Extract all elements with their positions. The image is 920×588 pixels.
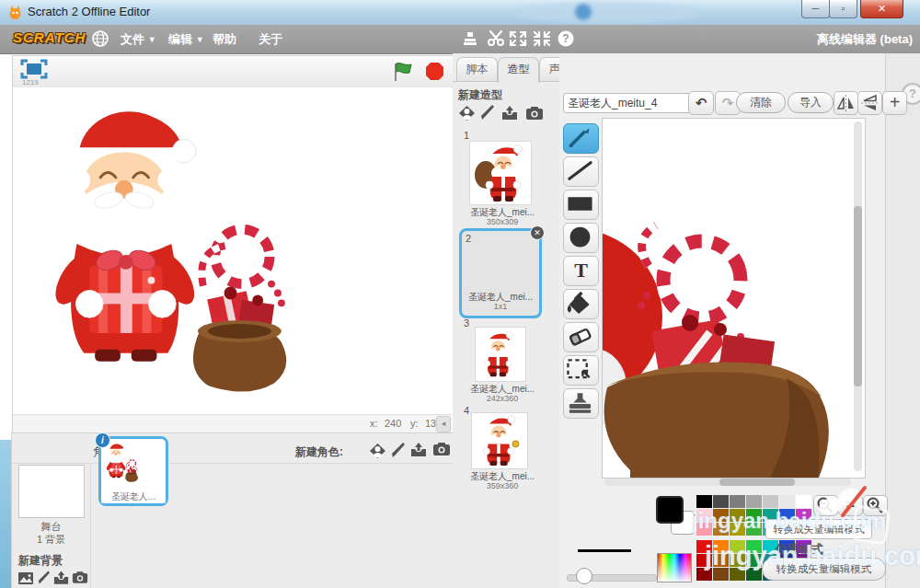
costume-item-3[interactable]: 3 圣诞老人_mei... 242x360 [458, 317, 546, 409]
close-button[interactable]: ✕ [860, 0, 903, 18]
foreground-color-swatch[interactable] [656, 496, 684, 524]
palette-swatch[interactable] [713, 495, 729, 508]
grow-icon[interactable] [508, 29, 528, 48]
canvas-hscroll-thumb[interactable] [719, 478, 795, 486]
menu-about[interactable]: 关于 [259, 31, 282, 48]
green-flag-icon[interactable] [392, 62, 414, 82]
canvas-hscrollbar[interactable] [604, 478, 851, 486]
camera-costume-icon[interactable] [525, 106, 544, 121]
sprites-header: 角色 新建角色: [12, 437, 454, 464]
brush-size-slider-thumb[interactable] [576, 568, 592, 584]
color-gradient-picker[interactable] [657, 553, 692, 582]
flip-vertical-icon[interactable] [857, 91, 882, 115]
upload-costume-icon[interactable] [500, 105, 519, 121]
palette-swatch[interactable] [730, 495, 745, 508]
costume-name-input[interactable] [563, 93, 692, 113]
flip-horizontal-icon[interactable] [834, 91, 858, 115]
costume-library-icon[interactable] [458, 105, 476, 121]
stage-viewport[interactable] [13, 87, 452, 414]
camera-sprite-icon[interactable] [432, 442, 451, 456]
convert-to-vector-button[interactable]: 转换成矢量编辑模式 [762, 558, 886, 581]
palette-swatch[interactable] [746, 554, 762, 567]
palette-swatch[interactable] [696, 495, 712, 508]
palette-swatch[interactable] [730, 554, 745, 567]
tool-brush[interactable] [563, 123, 599, 154]
costume-item-4[interactable]: 4 圣诞老人_mei... 359x360 [458, 405, 546, 497]
stage-column: 舞台 1 背景 新建背景 [12, 463, 91, 588]
palette-swatch[interactable] [779, 495, 795, 508]
palette-swatch[interactable] [696, 523, 712, 536]
palette-swatch[interactable] [713, 540, 729, 553]
camera-backdrop-icon[interactable] [72, 571, 88, 584]
sprite-info-icon[interactable]: i [95, 432, 110, 448]
canvas-vscroll-thumb[interactable] [854, 206, 862, 386]
duplicate-stamp-icon[interactable] [460, 29, 480, 48]
upload-sprite-icon[interactable] [409, 442, 428, 458]
palette-swatch[interactable] [713, 554, 729, 567]
tab-scripts[interactable]: 脚本 [456, 57, 498, 81]
delete-costume-icon[interactable]: ✕ [530, 225, 545, 240]
paint-backdrop-icon[interactable] [38, 570, 51, 586]
tool-eraser[interactable] [563, 322, 599, 352]
menu-edit[interactable]: 编辑 ▼ [168, 31, 204, 48]
palette-swatch[interactable] [796, 495, 811, 508]
maximize-button[interactable]: ▫ [829, 0, 857, 18]
palette-swatch[interactable] [746, 495, 762, 508]
palette-swatch[interactable] [746, 540, 762, 553]
sprite-library-icon[interactable] [369, 443, 386, 459]
palette-swatch[interactable] [730, 540, 745, 553]
desktop-blur-dot [575, 4, 592, 20]
costume-item-1[interactable]: 1 圣诞老人_mei... 350x309 [458, 130, 546, 227]
canvas-artwork [603, 119, 865, 478]
delete-scissors-icon[interactable] [486, 29, 506, 48]
palette-swatch[interactable] [746, 523, 762, 536]
tool-line[interactable] [563, 156, 599, 187]
palette-swatch[interactable] [713, 509, 729, 522]
paint-canvas[interactable] [602, 118, 866, 478]
paint-new-sprite-icon[interactable] [391, 442, 406, 459]
palette-swatch[interactable] [696, 554, 712, 567]
palette-swatch[interactable] [730, 568, 745, 581]
tool-text[interactable]: T [563, 256, 599, 286]
upload-backdrop-icon[interactable] [52, 570, 70, 586]
language-globe-icon[interactable] [90, 29, 110, 48]
tab-costumes[interactable]: 造型 [498, 57, 539, 83]
palette-swatch[interactable] [696, 509, 712, 522]
coord-x-value: 240 [385, 418, 401, 429]
set-costume-center-button[interactable]: + [882, 91, 907, 115]
coord-y-label: y: [410, 418, 419, 429]
block-help-icon[interactable]: ? [556, 29, 576, 48]
costume-item-2-selected[interactable]: ✕ 2 圣诞老人_mei... 1x1 [459, 228, 542, 318]
costume-thumbnail [469, 141, 532, 205]
palette-swatch[interactable] [696, 540, 712, 553]
tool-fill[interactable] [563, 289, 599, 319]
tool-stamp[interactable] [563, 388, 599, 419]
canvas-vscrollbar[interactable] [854, 121, 862, 471]
palette-swatch[interactable] [763, 495, 778, 508]
minimize-button[interactable]: ─ [801, 0, 830, 18]
stage-backdrop-thumbnail[interactable] [18, 465, 85, 518]
menu-help[interactable]: 帮助 [213, 31, 236, 48]
palette-swatch[interactable] [730, 523, 745, 536]
title-bar[interactable]: Scratch 2 Offline Editor ─ ▫ ✕ [0, 0, 920, 26]
palette-swatch[interactable] [713, 568, 729, 581]
import-button[interactable]: 导入 [788, 92, 834, 113]
scratch-editor-window: Scratch 2 Offline Editor ─ ▫ ✕ SCRATCH 文… [0, 0, 920, 588]
sprite-thumbnail-selected[interactable]: i 圣诞老人... [98, 436, 168, 506]
tool-rectangle[interactable] [563, 190, 599, 220]
backdrop-library-icon[interactable] [17, 571, 34, 585]
collapse-stage-button[interactable]: ◂ [436, 416, 451, 432]
palette-swatch[interactable] [696, 568, 712, 581]
palette-swatch[interactable] [746, 568, 762, 581]
palette-swatch[interactable] [730, 509, 745, 522]
stop-icon[interactable] [425, 62, 444, 81]
tool-select[interactable] [563, 355, 599, 386]
undo-button[interactable]: ↶ [688, 91, 714, 115]
clear-button[interactable]: 清除 [736, 92, 786, 113]
palette-swatch[interactable] [746, 509, 762, 522]
menu-file[interactable]: 文件 ▼ [121, 31, 156, 48]
tool-ellipse[interactable] [563, 223, 599, 253]
paint-costume-icon[interactable] [480, 104, 495, 121]
palette-swatch[interactable] [713, 523, 729, 536]
shrink-icon[interactable] [532, 29, 552, 48]
